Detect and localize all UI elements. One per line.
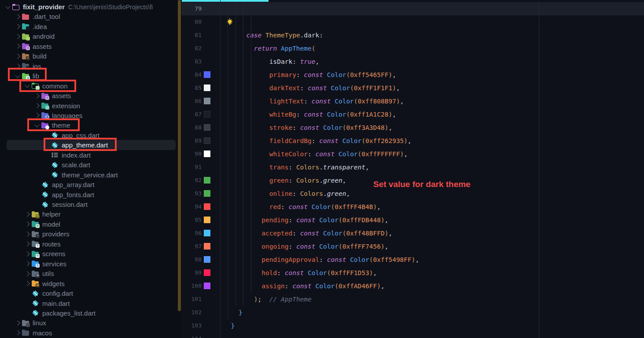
- line-number[interactable]: 96: [181, 227, 202, 240]
- tree-item-fixit-provider[interactable]: fixit_providerC:\Users\jenis\StudioProje…: [0, 2, 181, 12]
- tree-item--idea[interactable]: .idea: [0, 22, 181, 32]
- line-number[interactable]: 88: [181, 121, 202, 134]
- tree-scrollbar[interactable]: [178, 0, 181, 311]
- line-number[interactable]: 90: [181, 147, 202, 161]
- tree-item-macos[interactable]: macos: [0, 328, 181, 338]
- gutter-color-swatch[interactable]: [204, 203, 210, 210]
- gutter-color-swatch[interactable]: [204, 98, 210, 104]
- line-number[interactable]: 101: [181, 293, 202, 306]
- gutter-color-swatch[interactable]: [204, 124, 210, 131]
- tree-item-app-css-dart[interactable]: app_css.dart: [0, 130, 181, 140]
- line-number[interactable]: 99: [181, 266, 202, 279]
- tree-item-languages[interactable]: Alanguages: [0, 110, 181, 121]
- chevron-slot[interactable]: [23, 81, 32, 90]
- tree-item-build[interactable]: ✗build: [0, 51, 181, 61]
- line-number[interactable]: 87: [181, 108, 202, 121]
- chevron-slot[interactable]: [23, 259, 32, 268]
- line-number[interactable]: 81: [181, 29, 202, 42]
- tree-item-scale-dart[interactable]: scale.dart: [0, 160, 181, 170]
- tree-item-packages-list-dart[interactable]: packages_list.dart: [0, 308, 181, 318]
- chevron-slot[interactable]: [13, 62, 22, 70]
- tree-item-theme[interactable]: theme: [0, 120, 181, 130]
- line-number[interactable]: 94: [181, 200, 202, 213]
- tree-item-config-dart[interactable]: config.dart: [0, 288, 181, 298]
- chevron-slot[interactable]: [23, 269, 32, 278]
- chevron-slot[interactable]: [23, 279, 32, 288]
- line-number[interactable]: 93: [181, 187, 202, 200]
- line-number[interactable]: 83: [181, 55, 202, 68]
- tree-item-providers[interactable]: ⚡providers: [0, 229, 181, 239]
- gutter-color-swatch[interactable]: [204, 230, 210, 236]
- chevron-slot[interactable]: [13, 52, 22, 61]
- tree-item-theme-service-dart[interactable]: theme_service.dart: [0, 170, 181, 180]
- tree-item-services[interactable]: Σservices: [0, 259, 181, 269]
- code-line-104[interactable]: 104: [181, 332, 644, 338]
- chevron-slot[interactable]: [33, 101, 41, 110]
- line-number[interactable]: 92: [181, 174, 202, 187]
- chevron-slot[interactable]: [23, 230, 32, 239]
- code-line-102[interactable]: 102 }: [181, 306, 644, 319]
- tree-item-android[interactable]: android: [0, 31, 181, 41]
- gutter-color-swatch[interactable]: [204, 111, 210, 118]
- code-line-103[interactable]: 103 }: [181, 319, 644, 332]
- line-number[interactable]: 91: [181, 161, 202, 174]
- line-number[interactable]: 85: [181, 81, 202, 95]
- chevron-slot[interactable]: [23, 220, 32, 228]
- tree-item--dart-tool[interactable]: .dart_tool: [0, 11, 181, 22]
- tree-item-common[interactable]: common: [0, 81, 181, 91]
- tree-item-app-theme-dart[interactable]: app_theme.dart: [0, 140, 181, 150]
- chevron-slot[interactable]: [13, 22, 22, 31]
- code-line-79[interactable]: 79: [181, 2, 644, 15]
- tree-item-helper[interactable]: ✎helper: [0, 209, 181, 219]
- line-number[interactable]: 98: [181, 253, 202, 266]
- chevron-slot[interactable]: [23, 250, 32, 258]
- tree-item-assets[interactable]: ≡assets: [0, 41, 181, 51]
- intention-bulb-icon[interactable]: [225, 18, 234, 26]
- line-number[interactable]: 84: [181, 68, 202, 81]
- tree-item-widgets[interactable]: ⊞widgets: [0, 279, 181, 289]
- gutter-color-swatch[interactable]: [204, 84, 210, 91]
- chevron-slot[interactable]: [33, 111, 41, 120]
- tree-item-linux[interactable]: linux: [0, 318, 181, 328]
- tree-item-lib[interactable]: ◆lib: [0, 71, 181, 81]
- gutter-color-swatch[interactable]: [204, 269, 210, 276]
- tree-item-app-array-dart[interactable]: app_array.dart: [0, 180, 181, 190]
- tree-item-model[interactable]: ≡model: [0, 219, 181, 229]
- line-number[interactable]: 86: [181, 95, 202, 108]
- code-line-101[interactable]: 101 ); // AppTheme: [181, 293, 644, 306]
- gutter-color-swatch[interactable]: [204, 71, 210, 78]
- tree-item-extension[interactable]: extension: [0, 101, 181, 111]
- tree-item-main-dart[interactable]: main.dart: [0, 298, 181, 309]
- gutter-color-swatch[interactable]: [204, 243, 210, 250]
- chevron-slot[interactable]: [13, 42, 22, 51]
- line-number[interactable]: 97: [181, 240, 202, 253]
- tree-item-routes[interactable]: Yroutes: [0, 239, 181, 249]
- tree-item-session-dart[interactable]: session.dart: [0, 199, 181, 209]
- gutter-color-swatch[interactable]: [204, 256, 210, 263]
- tree-item-index-dart[interactable]: index.dart: [0, 150, 181, 160]
- line-number[interactable]: 100: [181, 279, 202, 293]
- chevron-slot[interactable]: [13, 319, 22, 327]
- tree-item-ios[interactable]: iosios: [0, 61, 181, 71]
- gutter-color-swatch[interactable]: [204, 283, 210, 289]
- line-number[interactable]: 89: [181, 134, 202, 147]
- line-number[interactable]: 79: [181, 2, 202, 15]
- line-number[interactable]: 102: [181, 306, 202, 319]
- chevron-slot[interactable]: [13, 72, 22, 81]
- code-editor[interactable]: 798081 case ThemeType.dark:82 return App…: [181, 0, 644, 338]
- chevron-slot[interactable]: [4, 3, 12, 11]
- line-number[interactable]: 104: [181, 332, 202, 338]
- chevron-slot[interactable]: [33, 121, 41, 130]
- chevron-slot[interactable]: [23, 210, 32, 219]
- chevron-slot[interactable]: [13, 328, 22, 337]
- gutter-color-swatch[interactable]: [204, 151, 210, 157]
- chevron-slot[interactable]: [23, 239, 32, 248]
- tree-item-screens[interactable]: ⚙screens: [0, 249, 181, 259]
- gutter-color-swatch[interactable]: [204, 137, 210, 144]
- chevron-slot[interactable]: [13, 32, 22, 41]
- line-number[interactable]: 95: [181, 213, 202, 227]
- tree-item-app-fonts-dart[interactable]: app_fonts.dart: [0, 190, 181, 200]
- gutter-color-swatch[interactable]: [204, 190, 210, 197]
- gutter-color-swatch[interactable]: [204, 177, 210, 184]
- tree-item-assets[interactable]: ≡assets: [0, 91, 181, 101]
